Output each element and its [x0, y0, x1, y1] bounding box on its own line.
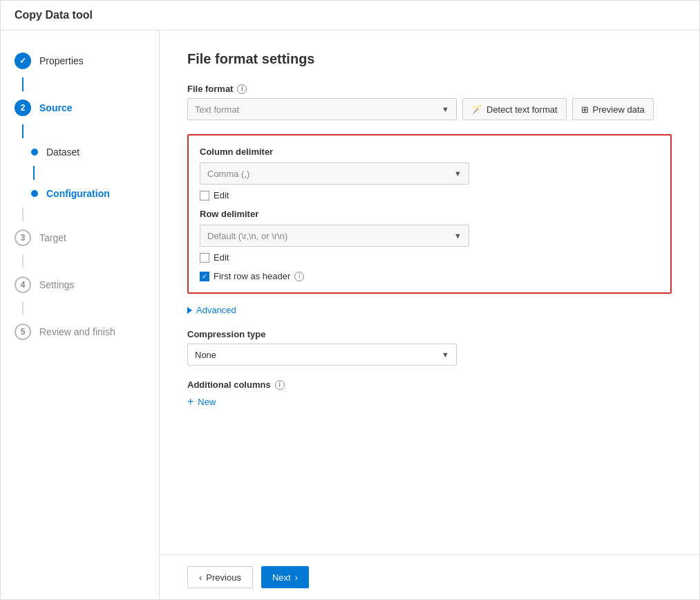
app-container: Copy Data tool ✓ Properties 2 Source Dat…	[0, 0, 700, 600]
additional-columns-info-icon[interactable]: i	[275, 380, 285, 390]
page-title: File format settings	[187, 51, 672, 67]
sidebar-label-target: Target	[39, 232, 66, 243]
step-circle-settings: 4	[15, 276, 31, 293]
connector-1	[22, 77, 23, 91]
column-delimiter-label: Column delimiter	[200, 147, 659, 157]
row-delimiter-arrow: ▼	[454, 232, 462, 240]
sidebar-item-settings[interactable]: 4 Settings	[1, 268, 159, 301]
sidebar-item-source[interactable]: 2 Source	[1, 91, 159, 124]
compression-type-label: Compression type	[187, 329, 672, 339]
next-button[interactable]: Next ›	[261, 566, 309, 588]
file-format-row: Text format ▼ 🪄 Detect text format ⊞ Pre…	[187, 98, 672, 120]
sidebar-label-source: Source	[39, 102, 72, 113]
sidebar-item-configuration[interactable]: Configuration	[1, 180, 159, 207]
step-circle-target: 3	[15, 229, 31, 246]
connector-2	[22, 124, 23, 138]
connector-5	[22, 254, 23, 268]
column-delimiter-select[interactable]: Comma (,) ▼	[200, 162, 469, 185]
sidebar-item-properties[interactable]: ✓ Properties	[1, 44, 159, 77]
file-format-dropdown-arrow: ▼	[442, 105, 449, 113]
file-format-info-icon[interactable]: i	[237, 84, 247, 94]
delimiter-section: Column delimiter Comma (,) ▼ Edit Row de…	[187, 134, 672, 294]
connector-6	[22, 301, 23, 315]
row-delimiter-edit-label: Edit	[214, 252, 229, 263]
chevron-left-icon: ‹	[199, 572, 202, 583]
column-delimiter-subsection: Column delimiter Comma (,) ▼ Edit	[200, 147, 659, 200]
advanced-row[interactable]: Advanced	[187, 305, 672, 315]
sidebar-label-settings: Settings	[39, 279, 75, 290]
sidebar-label-review: Review and finish	[39, 326, 115, 337]
advanced-label: Advanced	[196, 305, 236, 315]
connector-3	[33, 166, 35, 180]
additional-columns-label: Additional columns i	[187, 379, 672, 390]
advanced-triangle-icon	[187, 307, 192, 314]
add-new-button[interactable]: + New	[187, 395, 672, 408]
sidebar-label-configuration: Configuration	[46, 188, 110, 199]
step-circle-review: 5	[15, 324, 31, 340]
sidebar-item-dataset[interactable]: Dataset	[1, 138, 159, 166]
file-format-label: File format i	[187, 84, 672, 94]
first-row-header-label: First row as header	[214, 271, 290, 281]
column-delimiter-edit-label: Edit	[214, 190, 229, 200]
file-format-section: File format i Text format ▼ 🪄 Detect tex…	[187, 84, 672, 120]
compression-type-section: Compression type None ▼	[187, 329, 672, 366]
sidebar-item-target[interactable]: 3 Target	[1, 221, 159, 254]
row-delimiter-edit-checkbox[interactable]	[200, 253, 209, 263]
main-content: ✓ Properties 2 Source Dataset Configurat…	[1, 30, 699, 599]
file-format-select[interactable]: Text format ▼	[187, 98, 457, 120]
additional-columns-section: Additional columns i + New	[187, 379, 672, 408]
column-delimiter-edit-checkbox[interactable]	[200, 191, 209, 200]
sidebar: ✓ Properties 2 Source Dataset Configurat…	[1, 30, 160, 599]
preview-data-button[interactable]: ⊞ Preview data	[572, 98, 654, 120]
dot-configuration	[31, 190, 38, 197]
preview-icon: ⊞	[581, 104, 589, 115]
step-circle-properties: ✓	[15, 53, 31, 69]
step-circle-source: 2	[15, 100, 31, 116]
column-delimiter-edit-row: Edit	[200, 190, 659, 200]
first-row-header-info-icon[interactable]: i	[294, 272, 304, 281]
compression-type-arrow: ▼	[442, 350, 449, 359]
new-label: New	[198, 397, 216, 407]
plus-icon: +	[187, 395, 193, 408]
previous-button[interactable]: ‹ Previous	[187, 566, 253, 588]
column-delimiter-arrow: ▼	[454, 169, 462, 178]
sidebar-label-dataset: Dataset	[46, 147, 79, 158]
compression-type-select[interactable]: None ▼	[187, 344, 457, 366]
content-scroll: File format settings File format i Text …	[160, 30, 699, 554]
first-row-header-checkbox[interactable]	[200, 272, 209, 281]
detect-text-format-button[interactable]: 🪄 Detect text format	[462, 98, 567, 120]
row-delimiter-edit-row: Edit	[200, 252, 659, 263]
footer: ‹ Previous Next ›	[160, 554, 699, 599]
row-delimiter-label: Row delimiter	[200, 209, 659, 219]
sidebar-label-properties: Properties	[39, 55, 84, 66]
row-delimiter-subsection: Row delimiter Default (\r,\n, or \r\n) ▼…	[200, 209, 659, 263]
sidebar-item-review[interactable]: 5 Review and finish	[1, 315, 159, 348]
title-bar: Copy Data tool	[1, 1, 699, 30]
connector-4	[22, 207, 23, 221]
chevron-right-icon: ›	[295, 572, 298, 583]
row-delimiter-select[interactable]: Default (\r,\n, or \r\n) ▼	[200, 225, 469, 247]
dot-dataset	[31, 149, 38, 156]
content-area: File format settings File format i Text …	[160, 30, 699, 599]
wand-icon: 🪄	[471, 104, 482, 115]
app-title: Copy Data tool	[15, 9, 93, 21]
first-row-header-row: First row as header i	[200, 271, 659, 281]
